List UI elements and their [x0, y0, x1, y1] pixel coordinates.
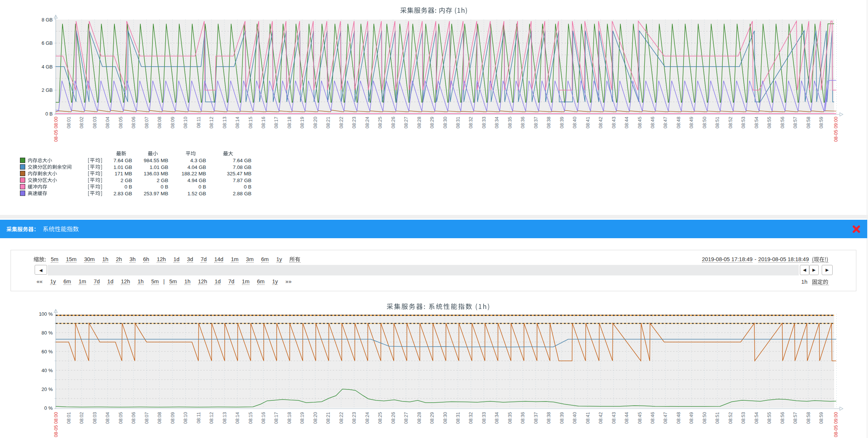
svg-text:1.01 GB: 1.01 GB	[113, 164, 132, 170]
svg-text:08:13: 08:13	[222, 117, 227, 128]
svg-text:08:37: 08:37	[533, 412, 539, 424]
svg-text:08:22: 08:22	[339, 412, 344, 424]
svg-text:08:35: 08:35	[507, 412, 513, 424]
svg-text:08:14: 08:14	[235, 412, 240, 424]
svg-text:7.08 GB: 7.08 GB	[233, 164, 251, 170]
svg-text:08:36: 08:36	[520, 412, 525, 424]
svg-text:08:27: 08:27	[404, 117, 409, 128]
svg-text:08:43: 08:43	[611, 117, 617, 128]
svg-text:4.94 GB: 4.94 GB	[187, 178, 206, 183]
svg-text:08:46: 08:46	[650, 117, 655, 128]
svg-text:7.64 GB: 7.64 GB	[233, 158, 251, 163]
svg-text:08:14: 08:14	[235, 117, 240, 128]
svg-text:0 %: 0 %	[44, 405, 53, 411]
svg-text:08:53: 08:53	[741, 412, 746, 424]
svg-text:08:12: 08:12	[209, 412, 214, 424]
svg-text:0 B: 0 B	[244, 184, 251, 190]
svg-text:08:57: 08:57	[793, 412, 798, 424]
svg-text:08:11: 08:11	[196, 412, 201, 423]
svg-text:08:12: 08:12	[209, 117, 214, 128]
svg-text:08:15: 08:15	[248, 117, 253, 128]
svg-text:08:50: 08:50	[702, 412, 707, 424]
svg-text:08:34: 08:34	[494, 117, 499, 128]
svg-text:08:45: 08:45	[637, 412, 643, 424]
svg-text:08:30: 08:30	[443, 412, 448, 424]
svg-text:08:31: 08:31	[455, 117, 461, 128]
svg-text:08:43: 08:43	[611, 412, 617, 424]
svg-text:325.47 MB: 325.47 MB	[227, 171, 251, 176]
svg-text:40 %: 40 %	[41, 368, 53, 373]
svg-text:08-05 08:00: 08-05 08:00	[53, 412, 59, 437]
svg-text:8 GB: 8 GB	[41, 17, 53, 23]
svg-text:08:44: 08:44	[624, 117, 629, 128]
svg-text:20 %: 20 %	[41, 386, 53, 392]
svg-text:08:21: 08:21	[326, 117, 331, 128]
svg-text:08:32: 08:32	[468, 117, 474, 128]
svg-text:08:05: 08:05	[118, 117, 123, 128]
svg-text:984.55 MB: 984.55 MB	[144, 158, 168, 163]
svg-text:08:08: 08:08	[157, 117, 162, 128]
svg-text:08:08: 08:08	[157, 412, 162, 424]
svg-text:08:13: 08:13	[222, 412, 227, 424]
svg-text:2.88 GB: 2.88 GB	[233, 191, 251, 196]
svg-text:08:23: 08:23	[352, 117, 357, 128]
svg-text:0 B: 0 B	[45, 111, 53, 117]
svg-text:08:48: 08:48	[676, 412, 681, 424]
svg-text:08:37: 08:37	[533, 117, 539, 128]
svg-text:08:20: 08:20	[313, 117, 318, 128]
svg-text:08:41: 08:41	[585, 117, 591, 128]
svg-text:08:11: 08:11	[196, 117, 201, 128]
svg-text:08-05 08:00: 08-05 08:00	[53, 117, 59, 142]
svg-text:4 GB: 4 GB	[41, 64, 53, 70]
svg-text:08:56: 08:56	[780, 412, 785, 424]
svg-text:08:19: 08:19	[300, 117, 305, 128]
svg-text:08:21: 08:21	[326, 412, 331, 424]
svg-text:08:04: 08:04	[105, 117, 110, 128]
svg-text:08:06: 08:06	[131, 117, 136, 128]
svg-text:08:54: 08:54	[754, 117, 759, 128]
svg-text:7.64 GB: 7.64 GB	[113, 158, 132, 163]
svg-text:0 B: 0 B	[125, 184, 132, 190]
svg-text:08-05 09:00: 08-05 09:00	[833, 412, 839, 437]
svg-text:253.97 MB: 253.97 MB	[144, 191, 168, 196]
svg-text:08:09: 08:09	[170, 117, 175, 128]
svg-text:08:25: 08:25	[378, 117, 383, 128]
svg-text:08:45: 08:45	[637, 117, 643, 128]
svg-text:08:53: 08:53	[741, 117, 746, 128]
svg-text:08:40: 08:40	[572, 412, 577, 424]
svg-text:08:28: 08:28	[417, 412, 422, 424]
svg-text:08:29: 08:29	[429, 412, 435, 424]
svg-text:08:44: 08:44	[624, 412, 629, 424]
svg-text:2 GB: 2 GB	[120, 178, 132, 183]
svg-text:08:29: 08:29	[429, 117, 435, 128]
svg-text:08:23: 08:23	[352, 412, 357, 424]
svg-text:08:54: 08:54	[754, 412, 759, 424]
svg-text:08:41: 08:41	[585, 412, 591, 424]
svg-text:08:33: 08:33	[481, 117, 487, 128]
svg-text:08:18: 08:18	[287, 117, 292, 128]
svg-text:08:03: 08:03	[92, 412, 97, 424]
svg-text:08:19: 08:19	[300, 412, 305, 424]
svg-text:08:38: 08:38	[546, 412, 551, 424]
svg-text:08:35: 08:35	[507, 117, 513, 128]
svg-text:80 %: 80 %	[41, 330, 53, 336]
svg-text:08:22: 08:22	[339, 117, 344, 128]
svg-text:08:38: 08:38	[546, 117, 551, 128]
svg-text:08:58: 08:58	[806, 412, 811, 424]
svg-text:08:51: 08:51	[715, 412, 720, 424]
svg-text:08:39: 08:39	[559, 117, 565, 128]
svg-text:08:10: 08:10	[183, 117, 188, 128]
svg-text:08:28: 08:28	[417, 117, 422, 128]
svg-text:08:17: 08:17	[274, 117, 279, 128]
svg-text:08:34: 08:34	[494, 412, 499, 424]
svg-text:08:58: 08:58	[806, 117, 811, 128]
svg-text:08:36: 08:36	[520, 117, 525, 128]
svg-text:08:24: 08:24	[365, 412, 370, 424]
svg-text:08:57: 08:57	[793, 117, 798, 128]
svg-text:08:32: 08:32	[468, 412, 474, 424]
svg-text:08:05: 08:05	[118, 412, 123, 424]
svg-text:08-05 09:00: 08-05 09:00	[833, 117, 839, 142]
svg-text:08:42: 08:42	[598, 117, 603, 128]
svg-text:7.87 GB: 7.87 GB	[233, 178, 251, 183]
svg-text:08:31: 08:31	[455, 412, 461, 424]
